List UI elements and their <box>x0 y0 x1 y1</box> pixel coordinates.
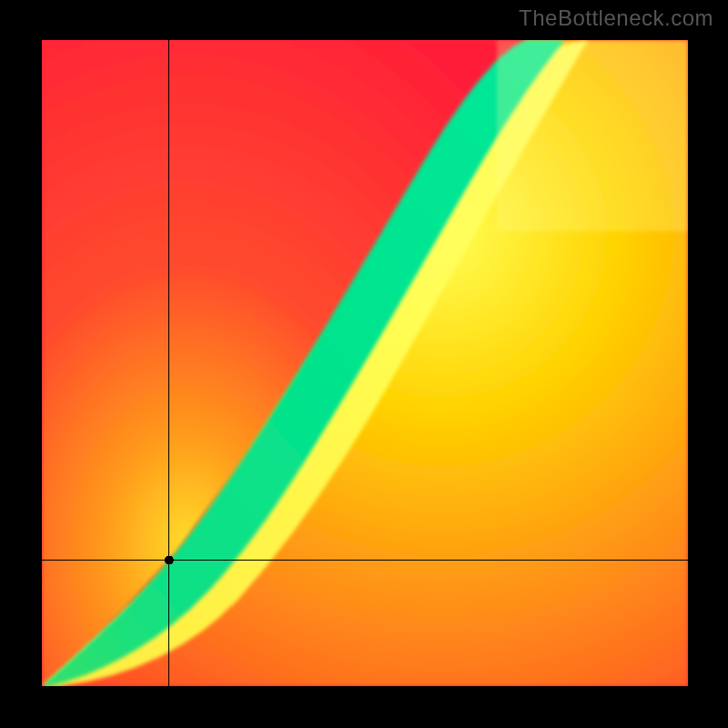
heatmap-layers <box>42 40 688 686</box>
crosshair-point <box>165 556 174 565</box>
corner-light <box>497 40 688 231</box>
attribution-text: TheBottleneck.com <box>519 5 713 31</box>
heatmap-plot <box>42 40 688 686</box>
chart-container: TheBottleneck.com <box>0 0 728 728</box>
